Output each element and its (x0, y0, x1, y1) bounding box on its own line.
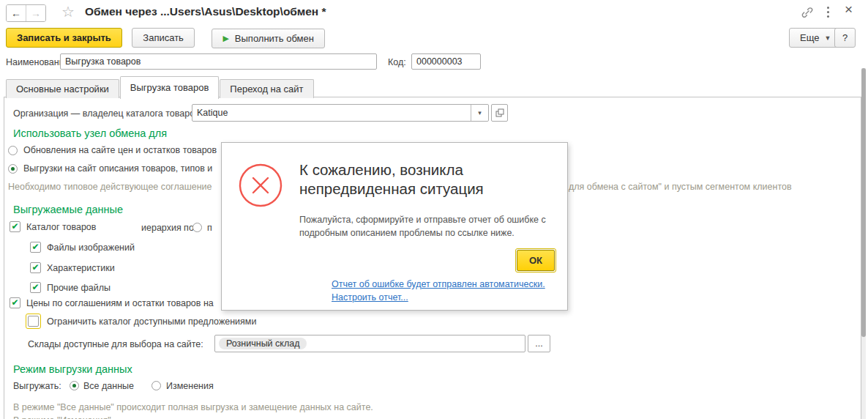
ok-button-focus-ring: ОК (515, 248, 556, 272)
checkbox-other-files-label: Прочие файлы (47, 283, 111, 293)
save-and-close-button[interactable]: Записать и закрыть (6, 28, 122, 48)
radio-update-prices[interactable] (8, 146, 18, 155)
error-icon (238, 163, 283, 210)
mode-note-2: В режиме "Изменения" (13, 415, 111, 419)
section-data-title: Выгружаемые данные (13, 204, 123, 215)
catalog-row: ✔ Каталог товаров (10, 221, 96, 232)
name-input[interactable] (61, 54, 376, 69)
error-dialog: К сожалению, возникла непредвиденная сит… (221, 142, 568, 311)
hierarchy-option-fragment: п (207, 223, 212, 233)
forward-button[interactable]: → (26, 5, 45, 21)
page-title: Обмен через ...Users\Asus\Desktop\обмен … (85, 5, 326, 18)
checkbox-other-files[interactable]: ✔ (30, 282, 41, 293)
images-row: ✔ Файлы изображений (30, 242, 135, 253)
play-icon: ▶ (222, 34, 228, 43)
favorite-star-icon[interactable]: ☆ (61, 4, 75, 20)
radio-changes[interactable] (151, 381, 161, 390)
warehouse-chip: Розничный склад (219, 338, 307, 349)
code-field (411, 53, 481, 70)
back-button[interactable]: ← (7, 5, 26, 21)
checkbox-prices[interactable]: ✔ (10, 297, 20, 308)
usage-note-right: для обмена с сайтом" и пустым сегментом … (569, 182, 792, 192)
radio-all-data-label: Все данные (83, 381, 134, 391)
radio-hierarchy[interactable] (192, 223, 202, 232)
organization-label: Организация — владелец каталога товаров: (13, 108, 202, 119)
checkbox-characteristics-label: Характеристики (47, 263, 115, 273)
code-label: Код: (388, 57, 406, 67)
name-field (60, 53, 377, 70)
nav-history-group: ← → (6, 4, 46, 22)
radio-all-data[interactable] (70, 381, 79, 390)
upload-mode-label: Выгружать: (13, 381, 61, 391)
tab-main-settings[interactable]: Основные настройки (6, 79, 119, 98)
code-input[interactable] (412, 54, 480, 69)
other-files-row: ✔ Прочие файлы (30, 282, 111, 293)
run-exchange-button[interactable]: ▶ Выполнить обмен (212, 29, 325, 48)
error-dialog-title: К сожалению, возникла непредвиденная сит… (299, 160, 542, 199)
radio-changes-label: Изменения (166, 381, 214, 391)
error-dialog-message: Пожалуйста, сформируйте и отправьте отче… (299, 213, 554, 240)
get-link-icon[interactable] (801, 6, 814, 21)
checkbox-restrict[interactable] (28, 316, 39, 327)
mode-note-1: В режиме "Все данные" происходит полная … (13, 402, 373, 412)
usage-note-left: Необходимо типовое действующее соглашени… (8, 182, 212, 192)
section-mode-title: Режим выгрузки данных (13, 363, 132, 375)
tab-bar: Основные настройки Выгрузка товаров Пере… (6, 75, 315, 98)
radio-upload-descriptions[interactable] (8, 164, 18, 174)
warehouses-field[interactable]: Розничный склад (214, 335, 525, 352)
tab-upload-goods[interactable]: Выгрузка товаров (120, 76, 220, 99)
section-usage-title: Использовать узел обмена для (13, 127, 167, 139)
tab-go-to-site[interactable]: Переход на сайт (220, 79, 313, 98)
restrict-row: Ограничить каталог доступными предложени… (26, 314, 256, 329)
configure-report-link[interactable]: Настроить отчет... (332, 292, 408, 303)
checkbox-restrict-label: Ограничить каталог доступными предложени… (47, 316, 256, 327)
hierarchy-label: иерархия по: (141, 223, 196, 233)
exchange-form-window: ← → ☆ Обмен через ...Users\Asus\Desktop\… (0, 0, 868, 419)
prices-row: ✔ Цены по соглашениям и остатки товаров … (10, 297, 214, 308)
chevron-down-icon: ▼ (824, 34, 831, 42)
more-menu-icon[interactable] (827, 7, 829, 9)
checkbox-prices-label: Цены по соглашениям и остатки товаров на (26, 298, 214, 308)
checkbox-catalog[interactable]: ✔ (10, 221, 20, 232)
radio-update-label: Обновления на сайте цен и остатков товар… (23, 145, 217, 155)
characteristics-row: ✔ Характеристики (30, 262, 115, 273)
radio-upload-label: Выгрузки на сайт описания товаров, типов… (23, 163, 212, 174)
error-report-auto-link[interactable]: Отчет об ошибке будет отправлен автомати… (332, 279, 545, 289)
organization-field: ▾ (192, 104, 489, 122)
checkbox-characteristics[interactable]: ✔ (30, 262, 41, 273)
close-icon[interactable]: × (845, 1, 853, 18)
warehouses-more-button[interactable]: ... (528, 335, 550, 352)
ok-button[interactable]: ОК (517, 250, 555, 271)
vertical-scrollbar-thumb[interactable] (861, 68, 866, 337)
warehouses-label: Склады доступные для выбора на сайте: (28, 339, 203, 349)
checkbox-catalog-label: Каталог товаров (26, 222, 96, 232)
organization-open-button[interactable] (491, 104, 508, 122)
organization-dropdown-button[interactable]: ▾ (471, 105, 488, 121)
toolbar: Записать и закрыть Записать ▶ Выполнить … (6, 28, 325, 48)
radio-upload-row: Выгрузки на сайт описания товаров, типов… (8, 163, 212, 174)
organization-input[interactable] (192, 105, 471, 121)
save-button[interactable]: Записать (132, 28, 195, 48)
radio-update-row: Обновления на сайте цен и остатков товар… (8, 145, 217, 155)
open-window-icon (495, 108, 504, 117)
help-button[interactable]: ? (834, 28, 856, 48)
checkbox-images-label: Файлы изображений (47, 242, 135, 253)
checkbox-images[interactable]: ✔ (30, 242, 41, 253)
checkbox-focus-ring (26, 314, 41, 329)
